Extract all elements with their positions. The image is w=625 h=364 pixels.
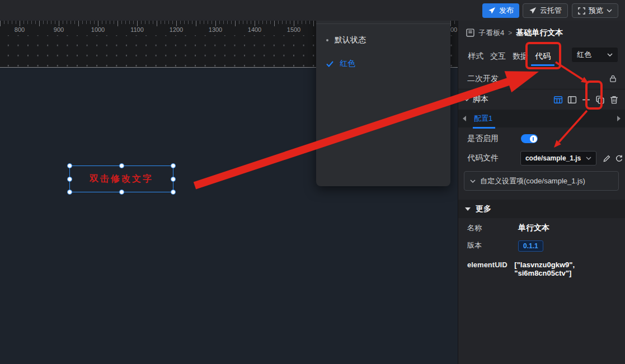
ruler-label: 1000 — [91, 26, 105, 33]
ruler-label: 1200 — [170, 26, 183, 33]
more-section-title: 更多 — [476, 204, 491, 214]
row-label: 名称 — [467, 223, 518, 233]
row-label: elementUID — [467, 261, 514, 269]
fullscreen-icon — [578, 7, 585, 15]
secondary-dev-label: 二次开发 — [467, 74, 609, 84]
breadcrumb: 子看板4 > 基础单行文本 — [458, 21, 625, 45]
sidebar-tabs: 样式 交互 数据 代码 — [468, 45, 551, 68]
right-sidebar: 子看板4 > 基础单行文本 样式 交互 数据 代码 红色 二次开发 — [458, 21, 625, 364]
more-section-header[interactable]: 更多 — [458, 200, 625, 218]
publish-label: 发布 — [499, 6, 514, 16]
breadcrumb-board[interactable]: 子看板4 — [478, 28, 504, 38]
delete-config-button[interactable] — [609, 94, 619, 105]
next-config-arrow[interactable] — [617, 116, 621, 121]
more-row-version: 版本 0.1.1 — [458, 240, 625, 252]
config-tab-strip: 配置1 — [458, 110, 625, 127]
refresh-icon — [615, 154, 623, 163]
tab-style[interactable]: 样式 — [468, 45, 483, 68]
trash-icon — [609, 95, 619, 105]
preview-label: 预览 — [589, 6, 603, 16]
selection-handle[interactable] — [119, 190, 124, 195]
topbar: 发布 云托管 预览 — [0, 0, 625, 21]
code-file-row: 代码文件 code/sample_1.js — [458, 150, 625, 167]
bullet-icon — [326, 39, 328, 41]
enable-row: 是否启用 — [458, 130, 625, 147]
code-file-select[interactable]: code/sample_1.js — [520, 151, 596, 166]
config-tab-1[interactable]: 配置1 — [474, 114, 617, 124]
columns-icon — [567, 95, 577, 105]
state-panel: 新建状态 × 默认状态 红色 — [316, 3, 450, 186]
breadcrumb-separator: > — [508, 29, 512, 37]
prev-config-arrow[interactable] — [463, 116, 466, 121]
tab-data[interactable]: 数据 — [513, 45, 528, 68]
paper-plane-icon — [529, 7, 537, 15]
publish-button[interactable]: 发布 — [482, 3, 519, 18]
script-section-header[interactable]: 脚本 — [458, 89, 625, 110]
state-item-label: 红色 — [340, 59, 355, 69]
selection-handle[interactable] — [171, 190, 176, 195]
ruler-label: 1300 — [209, 26, 222, 33]
script-section-title: 脚本 — [473, 94, 553, 105]
chevron-down-icon — [586, 157, 591, 160]
selection-handle[interactable] — [67, 163, 72, 168]
selection-handle[interactable] — [67, 190, 72, 195]
row-label: 版本 — [467, 240, 518, 250]
copy-icon — [595, 95, 605, 105]
code-file-value: code/sample_1.js — [525, 154, 586, 162]
layout-view-button[interactable] — [567, 94, 577, 105]
chevron-down-icon — [607, 53, 613, 56]
custom-settings-label: 自定义设置项(code/sample_1.js) — [480, 176, 585, 186]
tab-interaction[interactable]: 交互 — [490, 45, 506, 68]
row-value: 单行文本 — [518, 223, 549, 233]
selection-handle[interactable] — [171, 177, 176, 182]
lock-icon[interactable] — [609, 74, 617, 83]
ruler-label: 800 — [15, 26, 25, 33]
table-icon — [553, 95, 563, 105]
toggle-knob — [530, 135, 537, 143]
breadcrumb-item: 基础单行文本 — [516, 28, 563, 38]
enable-label: 是否启用 — [467, 134, 521, 144]
table-view-button[interactable] — [553, 94, 563, 105]
preview-button[interactable]: 预览 — [572, 3, 618, 18]
state-item-label: 默认状态 — [335, 35, 366, 45]
tab-code[interactable]: 代码 — [535, 45, 551, 68]
chevron-down-icon[interactable] — [607, 9, 612, 12]
more-row-elementuid: elementUID ["lasvnzu0gkw9", "si6m8cn05ct… — [458, 261, 625, 277]
version-badge: 0.1.1 — [518, 240, 543, 252]
duplicate-config-button[interactable] — [595, 94, 605, 105]
ruler-label: 1400 — [248, 26, 261, 33]
row-value: ["lasvnzu0gkw9", "si6m8cn05ctv"] — [514, 261, 625, 277]
check-icon — [326, 61, 333, 67]
edit-code-button[interactable] — [601, 152, 613, 164]
app-root: 发布 云托管 预览 800900100011001200130014001500… — [0, 0, 625, 364]
ruler-label: 1100 — [130, 26, 144, 33]
selected-text-element[interactable]: 双击修改文字 — [69, 166, 173, 192]
ruler-label: 1500 — [287, 26, 300, 33]
plus-icon — [581, 95, 591, 105]
cloud-hosting-button[interactable]: 云托管 — [523, 3, 568, 18]
script-toolbar — [553, 94, 619, 105]
secondary-dev-row: 二次开发 — [458, 68, 625, 89]
code-file-label: 代码文件 — [467, 153, 520, 163]
chevron-down-icon — [470, 179, 476, 183]
state-select[interactable]: 红色 — [572, 48, 618, 62]
selection-handle[interactable] — [171, 163, 176, 168]
selection-handle[interactable] — [119, 163, 124, 168]
state-item-default[interactable]: 默认状态 — [326, 35, 366, 45]
triangle-down-icon — [465, 207, 471, 211]
cloud-hosting-label: 云托管 — [540, 6, 562, 16]
custom-settings-box[interactable]: 自定义设置项(code/sample_1.js) — [464, 171, 619, 191]
board-icon — [466, 29, 474, 37]
selection-handle[interactable] — [67, 177, 72, 182]
refresh-code-button[interactable] — [613, 152, 625, 164]
text-element-content[interactable]: 双击修改文字 — [90, 173, 153, 185]
more-row-name: 名称 单行文本 — [458, 223, 625, 233]
ruler-label: 900 — [54, 26, 64, 33]
state-item-red[interactable]: 红色 — [326, 59, 355, 69]
add-config-button[interactable] — [581, 94, 591, 105]
chevron-down-icon — [464, 98, 469, 101]
state-select-value: 红色 — [577, 50, 607, 60]
enable-toggle[interactable] — [521, 134, 538, 143]
pencil-icon — [603, 154, 611, 163]
paper-plane-icon — [488, 7, 496, 15]
